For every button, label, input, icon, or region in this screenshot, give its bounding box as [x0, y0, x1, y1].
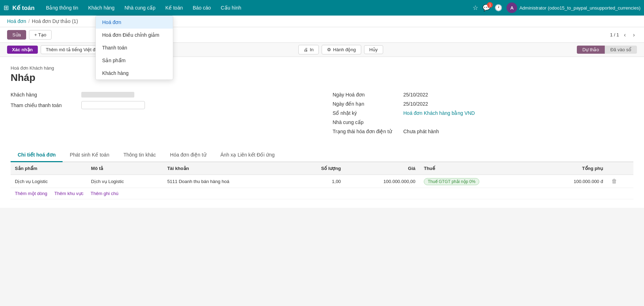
main-menu: Bảng thông tinKhách hàngNhà cung cấpKế t… [42, 3, 473, 13]
delete-icon[interactable]: 🗑 [611, 178, 617, 184]
confirm-button[interactable]: Xác nhận [7, 46, 38, 54]
table-header-7 [607, 162, 633, 175]
app-name: Kế toán [12, 4, 35, 12]
grid-icon[interactable]: ⊞ [4, 4, 9, 12]
breadcrumb-parent[interactable]: Hoá đơn [7, 18, 26, 24]
username: Administrator (odoo15_to_paypal_unsuppor… [519, 5, 640, 11]
value-so-nhat-ky[interactable]: Hoá đơn Khách hàng bằng VND [403, 110, 475, 116]
label-trang-thai-hddt: Trạng thái hóa đơn điện tử [333, 129, 403, 134]
tax-badge[interactable]: Thuế GTGT phải nộp 0% [424, 178, 479, 185]
table-header-row: Sản phẩmMô tảTài khoảnSố lượngGiáThuếTổn… [11, 162, 633, 175]
label-khach-hang: Khách hàng [11, 92, 81, 98]
cell-account: 5111 Doanh thu bán hàng hoá [163, 175, 293, 188]
table-header-2: Tài khoản [163, 162, 293, 175]
breadcrumb-separator: / [28, 18, 30, 24]
dropdown-item-2[interactable]: Thanh toán [96, 41, 173, 54]
field-ngay-hd: Ngày Hoá đơn 25/10/2022 [333, 92, 633, 98]
table-header-4: Giá [345, 162, 420, 175]
pagination: 1 / 1 ‹ › [610, 31, 637, 39]
avatar: A [507, 2, 517, 13]
cell-delete[interactable]: 🗑 [607, 175, 633, 188]
field-trang-thai-hddt: Trạng thái hóa đơn điện tử Chưa phát hàn… [333, 129, 633, 134]
page-prev-arrow[interactable]: ‹ [622, 31, 628, 39]
cell-product: Dịch vụ Logistic [11, 175, 87, 188]
label-ngay-hd: Ngày Hoá đơn [333, 92, 403, 98]
gear-icon: ⚙ [327, 47, 331, 52]
chat-icon[interactable]: 💬 1 [482, 4, 490, 12]
cell-quantity: 1,00 [293, 175, 345, 188]
tabs-bar: Chi tiết hoá đơnPhát sinh Kế toánThông t… [11, 148, 633, 162]
label-nha-cung-cap: Nhà cung cấp [333, 119, 403, 125]
form-right: Ngày Hoá đơn 25/10/2022 Ngày đến hạn 25/… [333, 92, 633, 138]
value-khach-hang[interactable] [81, 92, 134, 98]
dropdown-item-1[interactable]: Hoá đơn Điều chỉnh giảm [96, 29, 173, 41]
field-ngay-han: Ngày đến hạn 25/10/2022 [333, 101, 633, 107]
tab-4[interactable]: Ánh xạ Liên kết Đối ứng [213, 148, 282, 162]
chat-badge: 1 [487, 2, 493, 8]
add-row-bar: Thêm một dòngThêm khu vựcThêm ghi chú [11, 188, 633, 199]
printer-icon: 🖨 [304, 47, 308, 52]
table-body: Dịch vụ LogisticDịch vụ Logistic5111 Doa… [11, 175, 633, 188]
tab-1[interactable]: Phát sinh Kế toán [63, 148, 116, 162]
label-ngay-han: Ngày đến hạn [333, 101, 403, 107]
table-container: Sản phẩmMô tảTài khoảnSố lượngGiáThuếTổn… [11, 162, 633, 199]
value-ngay-hd[interactable]: 25/10/2022 [403, 92, 428, 98]
invoice-table: Sản phẩmMô tảTài khoảnSố lượngGiáThuếTổn… [11, 162, 633, 188]
khach-hang-dropdown: Hoá đơnHoá đơn Điều chỉnh giảmThanh toán… [95, 16, 173, 80]
tab-3[interactable]: Hóa đơn điện tử [163, 148, 213, 162]
dropdown-item-0[interactable]: Hoá đơn [96, 16, 173, 29]
page-next-arrow[interactable]: › [631, 31, 637, 39]
status-pills: Dự thảoĐã vào sổ [577, 46, 637, 54]
user-menu[interactable]: A Administrator (odoo15_to_paypal_unsupp… [507, 2, 640, 13]
menu-item-5[interactable]: Cấu hình [217, 3, 246, 13]
top-navigation: ⊞ Kế toán Bảng thông tinKhách hàngNhà cu… [0, 0, 644, 16]
field-tham-chieu: Tham chiếu thanh toán [11, 101, 311, 109]
label-so-nhat-ky: Sổ nhật ký [333, 110, 403, 116]
menu-item-0[interactable]: Bảng thông tin [42, 3, 83, 13]
menu-item-3[interactable]: Kế toán [161, 3, 187, 13]
edit-button[interactable]: Sửa [7, 30, 26, 40]
menu-item-4[interactable]: Báo cáo [188, 3, 215, 13]
add-row-link[interactable]: Thêm một dòng [15, 191, 47, 196]
print-button[interactable]: 🖨 In [298, 45, 319, 54]
form-left: Khách hàng Tham chiếu thanh toán [11, 92, 311, 138]
tab-0[interactable]: Chi tiết hoá đơn [11, 148, 63, 162]
value-trang-thai-hddt: Chưa phát hành [403, 129, 439, 134]
menu-item-2[interactable]: Nhà cung cấp [120, 3, 160, 13]
status-pill-1[interactable]: Đã vào sổ [605, 46, 637, 54]
add-note-link[interactable]: Thêm ghi chú [90, 191, 118, 196]
label-tham-chieu: Tham chiếu thanh toán [11, 102, 81, 108]
table-header-3: Số lượng [293, 162, 345, 175]
field-khach-hang: Khách hàng [11, 92, 311, 98]
cell-subtotal: 100.000.000 đ [538, 175, 608, 188]
tab-2[interactable]: Thông tin khác [116, 148, 163, 162]
add-area-link[interactable]: Thêm khu vực [54, 191, 83, 196]
cell-price: 100.000.000,00 [345, 175, 420, 188]
clock-icon[interactable]: 🕐 [494, 4, 502, 12]
value-ngay-han[interactable]: 25/10/2022 [403, 101, 428, 107]
status-pill-0[interactable]: Dự thảo [577, 46, 605, 54]
table-header-5: Thuế [420, 162, 537, 175]
dropdown-item-4[interactable]: Khách hàng [96, 67, 173, 80]
table-row: Dịch vụ LogisticDịch vụ Logistic5111 Doa… [11, 175, 633, 188]
table-header-1: Mô tả [87, 162, 163, 175]
table-header-0: Sản phẩm [11, 162, 87, 175]
field-so-nhat-ky: Sổ nhật ký Hoá đơn Khách hàng bằng VND [333, 110, 633, 116]
notification-icon[interactable]: ☆ [473, 4, 478, 12]
cancel-button[interactable]: Hủy [364, 45, 383, 54]
field-nha-cung-cap: Nhà cung cấp [333, 119, 633, 125]
form-grid: Khách hàng Tham chiếu thanh toán Ngày Ho… [11, 92, 633, 138]
topnav-right: ☆ 💬 1 🕐 A Administrator (odoo15_to_paypa… [473, 2, 640, 13]
cell-tax: Thuế GTGT phải nộp 0% [420, 175, 537, 188]
action-button[interactable]: ⚙ Hành động [322, 45, 361, 54]
add-viet-desc-button[interactable]: Thêm mô tả tiếng Việt đ... [41, 45, 105, 54]
input-tham-chieu[interactable] [81, 101, 145, 109]
breadcrumb-current: Hoá đơn Dự thảo (1) [32, 18, 78, 24]
dropdown-item-3[interactable]: Sản phẩm [96, 54, 173, 67]
create-button[interactable]: + Tạo [29, 30, 52, 40]
cell-description: Dịch vụ Logistic [87, 175, 163, 188]
menu-item-1[interactable]: Khách hàng [84, 3, 119, 13]
table-header-6: Tổng phụ [538, 162, 608, 175]
page-info: 1 / 1 [610, 32, 619, 37]
